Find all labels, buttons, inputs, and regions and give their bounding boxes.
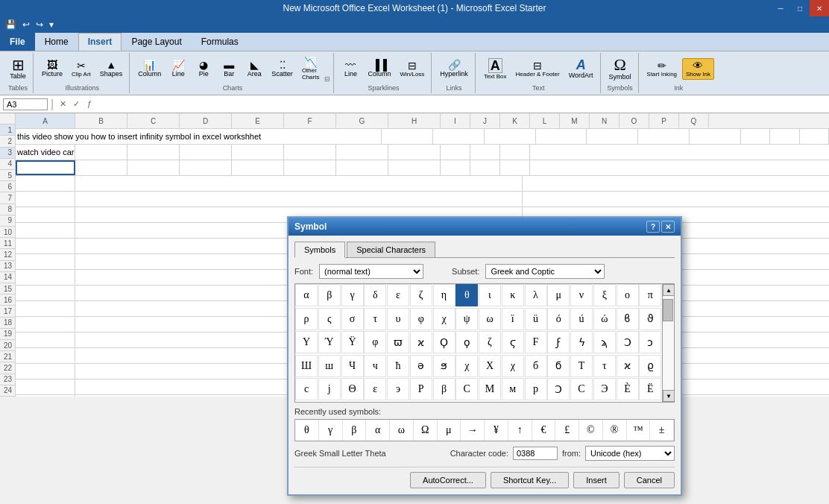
sym-beta3[interactable]: β	[433, 378, 456, 397]
row-header-15[interactable]: 15	[0, 283, 15, 294]
col-header-l[interactable]: L	[530, 113, 560, 128]
sym-s2[interactable]: ϡ	[593, 331, 616, 353]
cell-a17[interactable]	[16, 379, 75, 394]
cell-a18[interactable]	[16, 395, 75, 397]
cell-b1[interactable]	[382, 129, 433, 144]
col-header-j[interactable]: J	[470, 113, 500, 128]
sym-P[interactable]: Ρ	[410, 378, 432, 397]
sym-chi3[interactable]: χ	[502, 355, 524, 377]
cell-e2[interactable]	[232, 145, 284, 160]
row-header-1[interactable]: 1	[0, 125, 15, 136]
subset-select[interactable]: Greek and Coptic Basic Latin Latin Exten…	[485, 264, 605, 279]
row-header-7[interactable]: 7	[0, 192, 15, 204]
row-header-20[interactable]: 20	[0, 340, 15, 351]
tab-insert[interactable]: Insert	[78, 33, 122, 51]
pie-btn[interactable]: ◕ Pie	[192, 57, 215, 80]
maximize-btn[interactable]: □	[790, 0, 810, 16]
sym-phi2[interactable]: φ	[364, 331, 386, 353]
minimize-btn[interactable]: ─	[771, 0, 790, 16]
symbol-btn[interactable]: Ω Symbol	[605, 54, 635, 83]
sym-q1[interactable]: Ϙ	[433, 331, 456, 353]
col-header-b[interactable]: B	[75, 113, 127, 128]
sym-t2[interactable]: τ	[593, 355, 616, 377]
sym-e3[interactable]: Э	[593, 378, 616, 397]
cell-f1[interactable]	[587, 129, 638, 144]
hyperlink-btn[interactable]: 🔗 Hyperlink	[436, 57, 472, 80]
col-header-i[interactable]: I	[441, 113, 470, 128]
close-btn[interactable]: ✕	[810, 0, 829, 16]
cell-i3[interactable]	[441, 160, 470, 175]
dialog-close-btn[interactable]: ✕	[661, 221, 675, 233]
sym-psi[interactable]: ψ	[456, 308, 478, 330]
sym-beta[interactable]: β	[318, 284, 341, 306]
cell-c3[interactable]	[127, 160, 180, 175]
sym-E2[interactable]: Ë	[639, 378, 661, 397]
row-header-13[interactable]: 13	[0, 261, 15, 272]
cell-d1[interactable]	[485, 129, 536, 144]
sym-chi[interactable]: χ	[433, 308, 456, 330]
area-btn[interactable]: ◣ Area	[242, 57, 266, 80]
customize-qa-btn[interactable]: ▾	[47, 19, 56, 31]
cell-q1[interactable]	[800, 129, 829, 144]
sym-ó[interactable]: ó	[547, 308, 570, 330]
scroll-up-btn[interactable]: ▲	[663, 284, 675, 296]
clip-art-btn[interactable]: ✂ Clip Art	[68, 58, 95, 80]
sym-m2[interactable]: м	[502, 378, 524, 397]
sparkline-line-btn[interactable]: 〰 Line	[338, 57, 362, 80]
row-header-19[interactable]: 19	[0, 329, 15, 340]
sym-Upsilon3[interactable]: Ϋ	[341, 331, 364, 353]
header-footer-btn[interactable]: ⊟ Header & Footer	[512, 58, 564, 80]
cell-a8[interactable]	[16, 239, 75, 253]
cell-a10[interactable]	[16, 270, 75, 285]
sym-pi2[interactable]: ϖ	[387, 331, 409, 353]
cell-f2[interactable]	[284, 145, 336, 160]
cell-h2[interactable]	[388, 145, 441, 160]
tab-symbols[interactable]: Symbols	[294, 242, 345, 258]
shapes-btn[interactable]: ▲ Shapes	[96, 57, 127, 80]
sym-Theta2[interactable]: Θ	[341, 378, 364, 397]
table-btn[interactable]: ⊞ Table	[6, 55, 30, 82]
sym-s1[interactable]: ϟ	[570, 331, 593, 353]
sym-gamma[interactable]: γ	[341, 284, 364, 306]
sym-s3[interactable]: ϧ	[433, 355, 456, 377]
sym-c4[interactable]: С	[570, 378, 593, 397]
sym-pi[interactable]: π	[639, 284, 661, 306]
sym-c2[interactable]: ͻ	[639, 331, 661, 353]
cell-d2[interactable]	[180, 145, 232, 160]
row-header-3[interactable]: 3	[0, 148, 15, 159]
sym-be2[interactable]: ϭ	[547, 355, 570, 377]
sym-Upsilon2[interactable]: Ύ	[318, 331, 341, 353]
sym-f2[interactable]: ϝ	[547, 331, 570, 353]
sym-z2[interactable]: ϛ	[502, 331, 524, 353]
sym-xi[interactable]: ξ	[593, 284, 616, 306]
sym-omega[interactable]: ω	[479, 308, 501, 330]
row-header-10[interactable]: 10	[0, 227, 15, 238]
cell-a1[interactable]: this video show you how to insert infini…	[16, 129, 382, 144]
tab-formulas[interactable]: Formulas	[192, 33, 248, 51]
cell-a15[interactable]	[16, 348, 75, 363]
cell-i1[interactable]	[741, 129, 770, 144]
col-header-q[interactable]: Q	[679, 113, 709, 128]
sym-Upsilon[interactable]: Υ	[295, 331, 318, 353]
cell-i2[interactable]	[441, 145, 470, 160]
cell-a7[interactable]	[16, 223, 75, 238]
col-header-m[interactable]: M	[560, 113, 590, 128]
cell-a3[interactable]	[16, 160, 75, 175]
sym-theta2[interactable]: ϑ	[639, 308, 661, 330]
sym-rho[interactable]: ρ	[295, 308, 318, 330]
row-header-5[interactable]: 5	[0, 170, 15, 181]
sym-p[interactable]: ϱ	[639, 355, 661, 377]
other-charts-btn[interactable]: 📉 OtherCharts	[298, 54, 324, 83]
textbox-btn[interactable]: A Text Box	[480, 56, 511, 82]
insert-function-btn[interactable]: ƒ	[83, 99, 95, 109]
col-header-p[interactable]: P	[649, 113, 679, 128]
sym-upsilon[interactable]: υ	[387, 308, 409, 330]
sym-chi2[interactable]: Χ	[479, 355, 501, 377]
start-inking-btn[interactable]: ✏ Start Inking	[643, 58, 681, 80]
sym-sigma[interactable]: σ	[341, 308, 364, 330]
sym-theta[interactable]: θ	[456, 284, 478, 306]
tab-special-characters[interactable]: Special Characters	[347, 242, 435, 257]
sym-q2[interactable]: ϙ	[456, 331, 478, 353]
row-header-18[interactable]: 18	[0, 318, 15, 329]
cancel-formula-btn[interactable]: ✕	[57, 99, 69, 109]
